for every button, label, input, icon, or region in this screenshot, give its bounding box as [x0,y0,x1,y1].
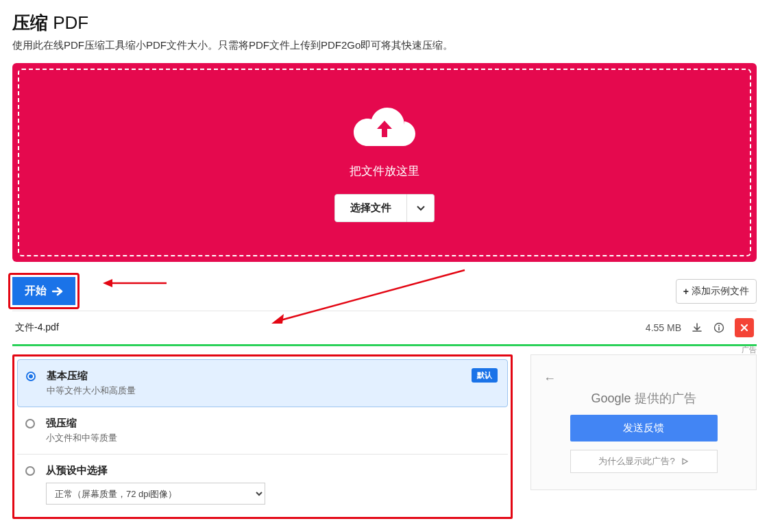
radio-icon [25,419,35,428]
info-icon[interactable] [713,322,725,334]
dropzone[interactable]: 把文件放这里 选择文件 [18,69,751,256]
svg-rect-7 [718,327,720,330]
svg-point-6 [718,325,720,326]
play-icon [681,457,689,466]
option-title: 基本压缩 [47,370,499,383]
plus-icon: + [683,286,689,297]
ad-close-icon[interactable]: ← [544,372,744,386]
option-preset[interactable]: 从预设中选择 正常（屏幕质量，72 dpi图像） [17,455,508,514]
start-button[interactable]: 开始 [12,277,75,305]
add-sample-label: 添加示例文件 [692,285,749,298]
select-file-group: 选择文件 [334,194,435,222]
ad-google-text: 提供的广告 [635,391,696,405]
title-rest: PDF [48,12,88,33]
option-strong-compression[interactable]: 强压缩 小文件和中等质量 [17,407,508,455]
select-file-button[interactable]: 选择文件 [334,194,407,222]
annotation-arrow-icon [101,274,170,292]
chevron-down-icon [417,206,425,211]
svg-marker-2 [103,279,112,287]
file-meta: 4.55 MB [646,318,754,337]
ad-feedback-button[interactable]: 发送反馈 [570,415,718,442]
option-title: 从预设中选择 [46,464,500,477]
ad-box: ← Google 提供的广告 发送反馈 为什么显示此广告? [530,354,757,490]
option-title: 强压缩 [46,417,500,430]
select-file-dropdown[interactable] [407,194,435,222]
delete-button[interactable] [735,318,754,337]
arrow-right-icon [52,287,63,296]
page-subtitle: 使用此在线PDF压缩工具缩小PDF文件大小。只需将PDF文件上传到PDF2Go即… [12,39,757,52]
cloud-upload-icon [352,103,417,156]
download-icon[interactable] [691,322,703,334]
preset-select[interactable]: 正常（屏幕质量，72 dpi图像） [46,483,265,505]
ad-label: 广告 [742,345,757,355]
ad-why-button[interactable]: 为什么显示此广告? [570,450,718,473]
option-desc: 小文件和中等质量 [46,432,500,444]
file-size: 4.55 MB [646,322,681,333]
page-title: 压缩 PDF [12,11,757,35]
drop-text: 把文件放这里 [350,163,419,179]
option-basic-compression[interactable]: 基本压缩 中等文件大小和高质量 默认 [17,359,508,407]
radio-icon [25,466,35,476]
add-sample-button[interactable]: + 添加示例文件 [676,279,757,304]
ad-provider-text: Google 提供的广告 [544,390,744,407]
dropzone-container: 把文件放这里 选择文件 [12,63,757,262]
file-name: 文件-4.pdf [15,322,59,334]
options-panel: 基本压缩 中等文件大小和高质量 默认 强压缩 小文件和中等质量 从预设中选择 [12,354,513,519]
radio-checked-icon [26,372,36,381]
close-icon [740,324,748,332]
option-desc: 中等文件大小和高质量 [47,385,499,397]
ad-why-label: 为什么显示此广告? [598,455,674,468]
file-row: 文件-4.pdf 4.55 MB [12,311,757,346]
start-label: 开始 [25,284,47,298]
toolbar: 开始 + 添加示例文件 [12,271,757,311]
title-bold: 压缩 [12,12,48,33]
default-badge: 默认 [472,368,498,383]
